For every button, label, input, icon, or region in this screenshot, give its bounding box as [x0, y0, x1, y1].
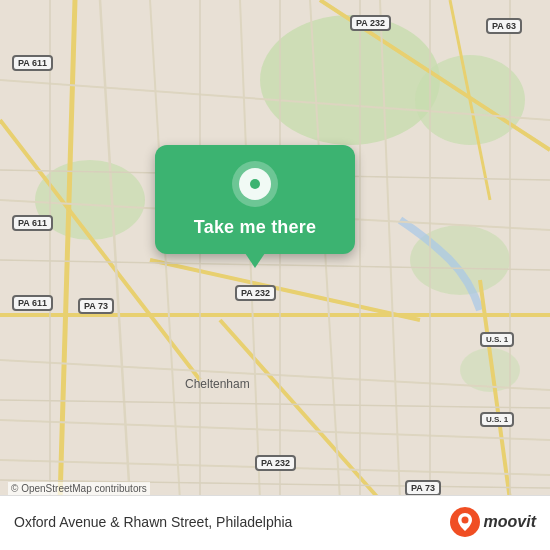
popup-card: Take me there — [155, 145, 355, 254]
address-text: Oxford Avenue & Rhawn Street, Philadelph… — [14, 514, 449, 530]
road-badge-pa611-2: PA 611 — [12, 215, 53, 231]
pin-icon-container — [232, 161, 278, 207]
road-badge-pa232-2: PA 232 — [235, 285, 276, 301]
road-badge-pa63: PA 63 — [486, 18, 522, 34]
svg-text:Cheltenham: Cheltenham — [185, 377, 250, 391]
road-badge-pa611-3: PA 611 — [12, 295, 53, 311]
map-container: Cheltenham PA 611 PA 611 PA 611 PA 232 P… — [0, 0, 550, 550]
pin-outer-ring — [232, 161, 278, 207]
svg-point-36 — [461, 517, 468, 524]
moovit-brand-text: moovit — [484, 513, 536, 531]
pin-inner-ring — [239, 168, 271, 200]
take-me-there-button[interactable]: Take me there — [184, 215, 326, 240]
road-badge-pa232-3: PA 232 — [255, 455, 296, 471]
road-badge-pa232-1: PA 232 — [350, 15, 391, 31]
moovit-icon — [449, 506, 481, 538]
road-badge-us1-1: U.S. 1 — [480, 332, 514, 347]
svg-point-1 — [260, 15, 440, 145]
road-badge-pa73-1: PA 73 — [78, 298, 114, 314]
road-badge-us1-2: U.S. 1 — [480, 412, 514, 427]
moovit-logo: moovit — [449, 506, 536, 538]
location-pin-icon — [250, 179, 260, 189]
copyright-text: © OpenStreetMap contributors — [8, 482, 150, 495]
road-badge-pa73-2: PA 73 — [405, 480, 441, 496]
bottom-bar: Oxford Avenue & Rhawn Street, Philadelph… — [0, 495, 550, 550]
road-badge-pa611-1: PA 611 — [12, 55, 53, 71]
